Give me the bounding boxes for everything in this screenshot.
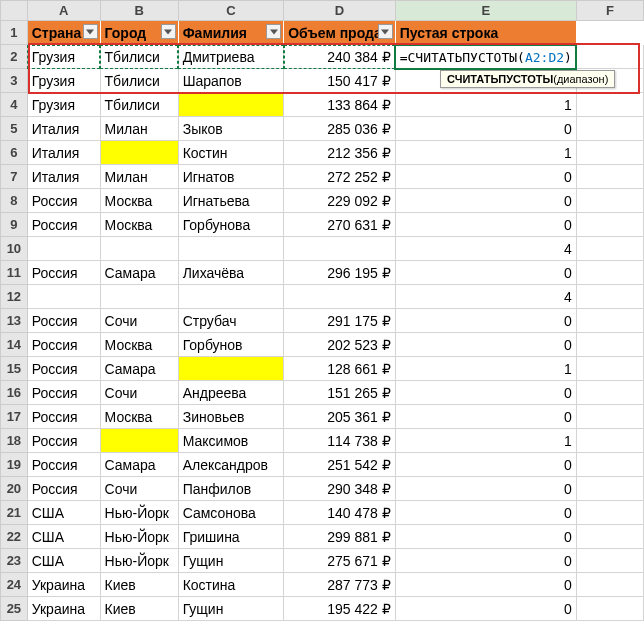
cell-empty[interactable]: 0 xyxy=(395,525,576,549)
cell[interactable] xyxy=(576,261,643,285)
header-empty[interactable]: Пустая строка xyxy=(395,21,576,45)
row-header[interactable]: 12 xyxy=(1,285,28,309)
cell-country[interactable]: Италия xyxy=(27,117,100,141)
cell-city[interactable]: Сочи xyxy=(100,381,178,405)
table-row[interactable]: 2ГрузияТбилисиДмитриева240 384 ₽=СЧИТАТЬ… xyxy=(1,45,644,69)
cell-sales[interactable]: 285 036 ₽ xyxy=(284,117,395,141)
cell-empty[interactable]: 0 xyxy=(395,117,576,141)
cell-sales[interactable]: 270 631 ₽ xyxy=(284,213,395,237)
row-header[interactable]: 9 xyxy=(1,213,28,237)
cell-surname[interactable]: Шарапов xyxy=(178,69,284,93)
cell[interactable] xyxy=(576,405,643,429)
cell[interactable] xyxy=(576,597,643,621)
cell-country[interactable]: Россия xyxy=(27,309,100,333)
col-header-C[interactable]: C xyxy=(178,1,284,21)
cell-sales[interactable] xyxy=(284,285,395,309)
cell-sales[interactable]: 202 523 ₽ xyxy=(284,333,395,357)
cell-sales[interactable]: 151 265 ₽ xyxy=(284,381,395,405)
table-row[interactable]: 7ИталияМиланИгнатов272 252 ₽0 xyxy=(1,165,644,189)
cell[interactable] xyxy=(576,501,643,525)
cell[interactable] xyxy=(576,141,643,165)
cell-surname[interactable]: Горбунова xyxy=(178,213,284,237)
cell-surname[interactable]: Зыков xyxy=(178,117,284,141)
filter-icon[interactable] xyxy=(266,24,281,39)
cell-empty[interactable]: 0 xyxy=(395,261,576,285)
row-header[interactable]: 11 xyxy=(1,261,28,285)
cell-city[interactable]: Москва xyxy=(100,189,178,213)
table-row[interactable]: 24УкраинаКиевКостина287 773 ₽0 xyxy=(1,573,644,597)
row-header[interactable]: 6 xyxy=(1,141,28,165)
row-header[interactable]: 19 xyxy=(1,453,28,477)
row-header[interactable]: 4 xyxy=(1,93,28,117)
cell[interactable] xyxy=(576,213,643,237)
table-row[interactable]: 23СШАНью-ЙоркГущин275 671 ₽0 xyxy=(1,549,644,573)
cell-city[interactable]: Киев xyxy=(100,573,178,597)
cell-surname[interactable]: Александров xyxy=(178,453,284,477)
cell-city[interactable]: Нью-Йорк xyxy=(100,525,178,549)
cell-surname[interactable]: Игнатов xyxy=(178,165,284,189)
cell-city[interactable] xyxy=(100,429,178,453)
row-header[interactable]: 22 xyxy=(1,525,28,549)
cell-city[interactable]: Москва xyxy=(100,405,178,429)
cell-country[interactable]: США xyxy=(27,549,100,573)
cell[interactable] xyxy=(576,93,643,117)
cell-empty[interactable]: 0 xyxy=(395,333,576,357)
row-header[interactable]: 20 xyxy=(1,477,28,501)
cell-surname[interactable]: Струбач xyxy=(178,309,284,333)
cell-sales[interactable]: 212 356 ₽ xyxy=(284,141,395,165)
cell-empty[interactable]: 0 xyxy=(395,501,576,525)
cell-city[interactable]: Сочи xyxy=(100,309,178,333)
cell-country[interactable]: Украина xyxy=(27,597,100,621)
table-row[interactable]: 13РоссияСочиСтрубач291 175 ₽0 xyxy=(1,309,644,333)
cell-sales[interactable]: 296 195 ₽ xyxy=(284,261,395,285)
cell-surname[interactable]: Лихачёва xyxy=(178,261,284,285)
cell-city[interactable]: Самара xyxy=(100,453,178,477)
cell-sales[interactable]: 291 175 ₽ xyxy=(284,309,395,333)
cell-surname[interactable]: Зиновьев xyxy=(178,405,284,429)
row-header[interactable]: 21 xyxy=(1,501,28,525)
row-header[interactable]: 24 xyxy=(1,573,28,597)
cell-empty[interactable]: 0 xyxy=(395,477,576,501)
cell-country[interactable] xyxy=(27,285,100,309)
cell-sales[interactable]: 133 864 ₽ xyxy=(284,93,395,117)
table-row[interactable]: 15РоссияСамара128 661 ₽1 xyxy=(1,357,644,381)
cell[interactable] xyxy=(576,357,643,381)
row-header[interactable]: 2 xyxy=(1,45,28,69)
cell-empty[interactable]: 0 xyxy=(395,549,576,573)
filter-icon[interactable] xyxy=(83,24,98,39)
cell-city[interactable]: Тбилиси xyxy=(100,69,178,93)
cell-empty[interactable]: 1 xyxy=(395,93,576,117)
cell[interactable] xyxy=(576,549,643,573)
table-row[interactable]: 20РоссияСочиПанфилов290 348 ₽0 xyxy=(1,477,644,501)
table-row[interactable]: 9РоссияМоскваГорбунова270 631 ₽0 xyxy=(1,213,644,237)
cell-country[interactable]: Россия xyxy=(27,477,100,501)
row-header[interactable]: 5 xyxy=(1,117,28,141)
table-row[interactable]: 17РоссияМоскваЗиновьев205 361 ₽0 xyxy=(1,405,644,429)
row-header[interactable]: 3 xyxy=(1,69,28,93)
cell-country[interactable]: Россия xyxy=(27,453,100,477)
col-header-E[interactable]: E xyxy=(395,1,576,21)
cell-country[interactable]: Россия xyxy=(27,405,100,429)
header-surname[interactable]: Фамилия xyxy=(178,21,284,45)
cell-surname[interactable]: Андреева xyxy=(178,381,284,405)
cell-empty[interactable]: 4 xyxy=(395,237,576,261)
table-row[interactable]: 14РоссияМоскваГорбунов202 523 ₽0 xyxy=(1,333,644,357)
table-row[interactable]: 4ГрузияТбилиси133 864 ₽1 xyxy=(1,93,644,117)
cell-sales[interactable]: 240 384 ₽ xyxy=(284,45,395,69)
cell-sales[interactable]: 287 773 ₽ xyxy=(284,573,395,597)
table-row[interactable]: 19РоссияСамараАлександров251 542 ₽0 xyxy=(1,453,644,477)
cell-sales[interactable]: 140 478 ₽ xyxy=(284,501,395,525)
cell-surname[interactable] xyxy=(178,237,284,261)
table-row[interactable]: 22СШАНью-ЙоркГришина299 881 ₽0 xyxy=(1,525,644,549)
header-sales[interactable]: Объем прода xyxy=(284,21,395,45)
cell-city[interactable]: Нью-Йорк xyxy=(100,549,178,573)
cell-empty[interactable]: =СЧИТАТЬПУСТОТЫ(A2:D2) xyxy=(395,45,576,69)
cell-surname[interactable]: Игнатьева xyxy=(178,189,284,213)
table-row[interactable]: 5ИталияМиланЗыков285 036 ₽0 xyxy=(1,117,644,141)
cell[interactable] xyxy=(576,429,643,453)
cell-surname[interactable]: Костин xyxy=(178,141,284,165)
cell[interactable] xyxy=(576,525,643,549)
cell-empty[interactable]: 4 xyxy=(395,285,576,309)
row-header[interactable]: 23 xyxy=(1,549,28,573)
cell-country[interactable]: Грузия xyxy=(27,93,100,117)
